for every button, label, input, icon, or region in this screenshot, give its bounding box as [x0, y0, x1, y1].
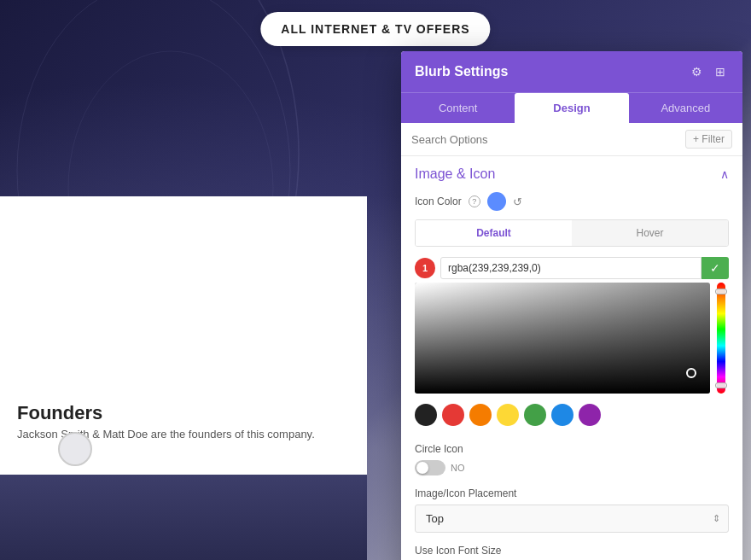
swatch-purple[interactable] — [579, 404, 601, 426]
color-text-input[interactable] — [440, 257, 702, 279]
hero-button-label: ALL INTERNET & TV OFFERS — [281, 22, 469, 36]
tab-advanced[interactable]: Advanced — [629, 93, 742, 123]
founders-title: Founders — [17, 402, 315, 424]
swatches-row — [415, 399, 729, 431]
icon-color-label: Icon Color — [415, 195, 462, 207]
section-toggle-icon[interactable]: ∧ — [720, 167, 729, 181]
search-bar: + Filter — [401, 123, 742, 156]
toggle-container: NO — [415, 460, 729, 475]
swatch-blue[interactable] — [551, 404, 573, 426]
toggle-no-text: NO — [451, 463, 465, 473]
color-input-row: 1 ✓ — [415, 257, 729, 279]
sub-tabs: Default Hover — [415, 219, 729, 247]
gradient-picker-area[interactable] — [415, 283, 710, 394]
blurb-settings-panel: Blurb Settings ⚙ ⊞ Content Design Advanc… — [401, 51, 742, 560]
color-picker-button[interactable] — [487, 192, 506, 211]
circle-decoration — [58, 432, 92, 466]
sub-tab-hover[interactable]: Hover — [572, 220, 728, 246]
gradient-thumb[interactable] — [686, 368, 696, 378]
settings-icon[interactable]: ⚙ — [688, 63, 705, 80]
founders-section: Founders Jackson Smith & Matt Doe are th… — [17, 402, 315, 440]
hue-slider[interactable] — [713, 283, 729, 394]
panel-header: Blurb Settings ⚙ ⊞ — [401, 51, 742, 92]
gray-bottom-band — [0, 475, 367, 560]
swatch-red[interactable] — [442, 404, 464, 426]
icon-color-row: Icon Color ? ↺ — [415, 192, 729, 211]
icon-font-size-label: Use Icon Font Size — [415, 545, 729, 557]
help-icon[interactable]: ? — [469, 195, 480, 207]
swatch-orange[interactable] — [469, 404, 492, 426]
circle-icon-toggle[interactable] — [415, 460, 445, 475]
section-header: Image & Icon ∧ — [415, 166, 729, 182]
circle-icon-label: Circle Icon — [415, 443, 729, 455]
sub-tab-default[interactable]: Default — [416, 220, 572, 246]
swatch-yellow[interactable] — [497, 404, 519, 426]
hue-thumb-bottom[interactable] — [715, 382, 727, 388]
hero-button[interactable]: ALL INTERNET & TV OFFERS — [260, 12, 490, 46]
circle-icon-section: Circle Icon NO — [415, 443, 729, 475]
panel-tabs: Content Design Advanced — [401, 92, 742, 123]
panel-header-icons: ⚙ ⊞ — [688, 63, 729, 80]
placement-select[interactable]: Top Bottom Left Right — [415, 505, 729, 533]
reset-color-button[interactable]: ↺ — [513, 195, 522, 208]
panel-body: Image & Icon ∧ Icon Color ? ↺ Default Ho… — [401, 156, 742, 560]
panel-title: Blurb Settings — [415, 64, 508, 79]
tab-design[interactable]: Design — [515, 93, 628, 123]
swatch-black[interactable] — [415, 404, 437, 426]
color-confirm-button[interactable]: ✓ — [702, 257, 729, 279]
color-badge: 1 — [415, 258, 435, 278]
icon-font-size-section: Use Icon Font Size YES — [415, 545, 729, 560]
hue-thumb-top[interactable] — [715, 289, 727, 295]
tab-content[interactable]: Content — [401, 93, 515, 123]
filter-button[interactable]: + Filter — [685, 130, 732, 149]
color-picker: 1 ✓ — [415, 257, 729, 431]
toggle-thumb — [416, 462, 428, 474]
section-title: Image & Icon — [415, 166, 495, 182]
placement-section: Image/Icon Placement Top Bottom Left Rig… — [415, 487, 729, 533]
swatch-green[interactable] — [524, 404, 546, 426]
search-input[interactable] — [411, 133, 685, 146]
layout-icon[interactable]: ⊞ — [712, 63, 729, 80]
placement-label: Image/Icon Placement — [415, 487, 729, 499]
